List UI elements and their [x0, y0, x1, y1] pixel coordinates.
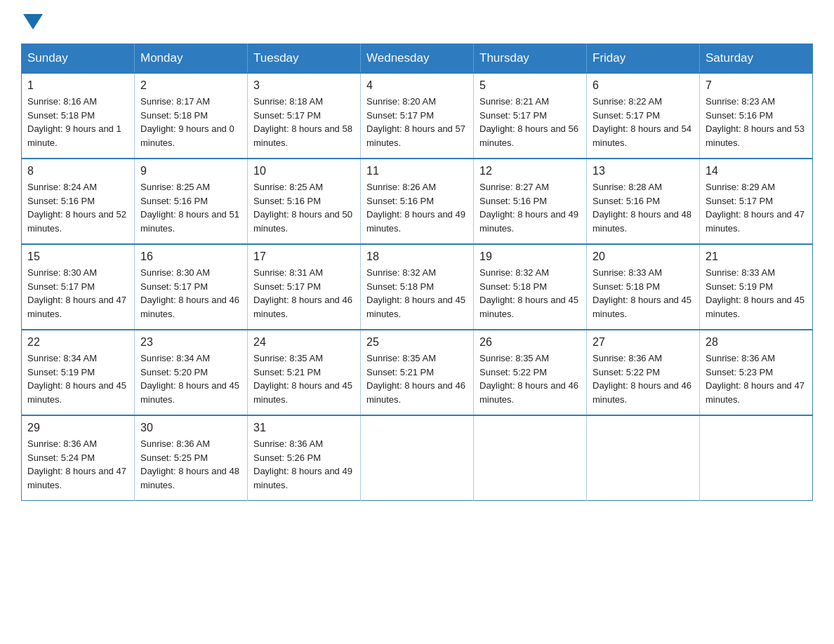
day-number: 10 [253, 165, 355, 177]
calendar-cell [587, 415, 700, 501]
day-number: 4 [366, 79, 468, 92]
day-number: 21 [706, 250, 807, 263]
calendar-cell: 5Sunrise: 8:21 AMSunset: 5:17 PMDaylight… [474, 73, 587, 159]
calendar-cell: 18Sunrise: 8:32 AMSunset: 5:18 PMDayligh… [361, 244, 474, 330]
calendar-cell [361, 415, 474, 501]
day-info: Sunrise: 8:17 AMSunset: 5:18 PMDaylight:… [140, 95, 241, 149]
day-info: Sunrise: 8:32 AMSunset: 5:18 PMDaylight:… [366, 266, 468, 321]
day-header-monday: Monday [135, 44, 248, 74]
day-info: Sunrise: 8:35 AMSunset: 5:21 PMDaylight:… [253, 351, 355, 406]
calendar-cell: 6Sunrise: 8:22 AMSunset: 5:17 PMDaylight… [587, 73, 700, 159]
day-info: Sunrise: 8:30 AMSunset: 5:17 PMDaylight:… [27, 266, 128, 321]
calendar-week-row: 22Sunrise: 8:34 AMSunset: 5:19 PMDayligh… [22, 330, 813, 415]
day-header-friday: Friday [587, 44, 700, 74]
day-info: Sunrise: 8:21 AMSunset: 5:17 PMDaylight:… [479, 95, 581, 149]
calendar-cell: 26Sunrise: 8:35 AMSunset: 5:22 PMDayligh… [474, 330, 587, 415]
calendar-cell: 14Sunrise: 8:29 AMSunset: 5:17 PMDayligh… [700, 159, 813, 244]
day-info: Sunrise: 8:33 AMSunset: 5:18 PMDaylight:… [593, 266, 694, 321]
day-number: 13 [593, 165, 694, 177]
day-header-saturday: Saturday [700, 44, 813, 74]
calendar-cell: 17Sunrise: 8:31 AMSunset: 5:17 PMDayligh… [248, 244, 361, 330]
calendar-cell: 9Sunrise: 8:25 AMSunset: 5:16 PMDaylight… [135, 159, 248, 244]
calendar-cell: 11Sunrise: 8:26 AMSunset: 5:16 PMDayligh… [361, 159, 474, 244]
day-number: 22 [27, 336, 128, 349]
day-info: Sunrise: 8:36 AMSunset: 5:22 PMDaylight:… [593, 351, 694, 406]
day-number: 26 [479, 336, 581, 349]
calendar-table: SundayMondayTuesdayWednesdayThursdayFrid… [21, 43, 813, 501]
day-header-tuesday: Tuesday [248, 44, 361, 74]
day-info: Sunrise: 8:25 AMSunset: 5:16 PMDaylight:… [140, 180, 241, 235]
calendar-week-row: 29Sunrise: 8:36 AMSunset: 5:24 PMDayligh… [22, 415, 813, 501]
day-number: 14 [706, 165, 807, 177]
day-number: 20 [593, 250, 694, 263]
calendar-cell: 4Sunrise: 8:20 AMSunset: 5:17 PMDaylight… [361, 73, 474, 159]
day-info: Sunrise: 8:34 AMSunset: 5:20 PMDaylight:… [140, 351, 241, 406]
day-number: 2 [140, 79, 241, 92]
calendar-cell: 1Sunrise: 8:16 AMSunset: 5:18 PMDaylight… [22, 73, 135, 159]
day-info: Sunrise: 8:36 AMSunset: 5:24 PMDaylight:… [27, 437, 128, 492]
day-info: Sunrise: 8:27 AMSunset: 5:16 PMDaylight:… [479, 180, 581, 235]
page-header [21, 14, 813, 29]
day-number: 3 [253, 79, 355, 92]
logo [21, 14, 45, 29]
day-info: Sunrise: 8:32 AMSunset: 5:18 PMDaylight:… [479, 266, 581, 321]
day-number: 25 [366, 336, 468, 349]
calendar-cell: 27Sunrise: 8:36 AMSunset: 5:22 PMDayligh… [587, 330, 700, 415]
day-number: 18 [366, 250, 468, 263]
day-info: Sunrise: 8:18 AMSunset: 5:17 PMDaylight:… [253, 95, 355, 149]
calendar-cell: 19Sunrise: 8:32 AMSunset: 5:18 PMDayligh… [474, 244, 587, 330]
day-info: Sunrise: 8:30 AMSunset: 5:17 PMDaylight:… [140, 266, 241, 321]
day-number: 23 [140, 336, 241, 349]
day-info: Sunrise: 8:35 AMSunset: 5:22 PMDaylight:… [479, 351, 581, 406]
calendar-cell: 20Sunrise: 8:33 AMSunset: 5:18 PMDayligh… [587, 244, 700, 330]
calendar-cell: 10Sunrise: 8:25 AMSunset: 5:16 PMDayligh… [248, 159, 361, 244]
day-number: 9 [140, 165, 241, 177]
day-info: Sunrise: 8:36 AMSunset: 5:25 PMDaylight:… [140, 437, 241, 492]
calendar-cell [700, 415, 813, 501]
day-number: 11 [366, 165, 468, 177]
day-info: Sunrise: 8:29 AMSunset: 5:17 PMDaylight:… [706, 180, 807, 235]
day-info: Sunrise: 8:23 AMSunset: 5:16 PMDaylight:… [706, 95, 807, 149]
calendar-cell: 13Sunrise: 8:28 AMSunset: 5:16 PMDayligh… [587, 159, 700, 244]
calendar-cell: 15Sunrise: 8:30 AMSunset: 5:17 PMDayligh… [22, 244, 135, 330]
day-info: Sunrise: 8:25 AMSunset: 5:16 PMDaylight:… [253, 180, 355, 235]
calendar-cell: 16Sunrise: 8:30 AMSunset: 5:17 PMDayligh… [135, 244, 248, 330]
day-number: 31 [253, 422, 355, 434]
day-number: 16 [140, 250, 241, 263]
day-number: 8 [27, 165, 128, 177]
calendar-week-row: 1Sunrise: 8:16 AMSunset: 5:18 PMDaylight… [22, 73, 813, 159]
calendar-cell: 31Sunrise: 8:36 AMSunset: 5:26 PMDayligh… [248, 415, 361, 501]
calendar-cell: 3Sunrise: 8:18 AMSunset: 5:17 PMDaylight… [248, 73, 361, 159]
day-info: Sunrise: 8:36 AMSunset: 5:23 PMDaylight:… [706, 351, 807, 406]
day-number: 7 [706, 79, 807, 92]
day-number: 30 [140, 422, 241, 434]
calendar-cell: 2Sunrise: 8:17 AMSunset: 5:18 PMDaylight… [135, 73, 248, 159]
day-info: Sunrise: 8:34 AMSunset: 5:19 PMDaylight:… [27, 351, 128, 406]
calendar-cell [474, 415, 587, 501]
calendar-week-row: 15Sunrise: 8:30 AMSunset: 5:17 PMDayligh… [22, 244, 813, 330]
day-info: Sunrise: 8:22 AMSunset: 5:17 PMDaylight:… [593, 95, 694, 149]
day-number: 19 [479, 250, 581, 263]
day-number: 27 [593, 336, 694, 349]
day-number: 5 [479, 79, 581, 92]
calendar-header-row: SundayMondayTuesdayWednesdayThursdayFrid… [22, 44, 813, 74]
day-number: 29 [27, 422, 128, 434]
calendar-cell: 21Sunrise: 8:33 AMSunset: 5:19 PMDayligh… [700, 244, 813, 330]
day-number: 17 [253, 250, 355, 263]
day-number: 28 [706, 336, 807, 349]
day-info: Sunrise: 8:33 AMSunset: 5:19 PMDaylight:… [706, 266, 807, 321]
day-info: Sunrise: 8:31 AMSunset: 5:17 PMDaylight:… [253, 266, 355, 321]
day-number: 6 [593, 79, 694, 92]
logo-triangle-icon [23, 14, 43, 29]
calendar-cell: 12Sunrise: 8:27 AMSunset: 5:16 PMDayligh… [474, 159, 587, 244]
day-info: Sunrise: 8:36 AMSunset: 5:26 PMDaylight:… [253, 437, 355, 492]
day-number: 24 [253, 336, 355, 349]
day-info: Sunrise: 8:24 AMSunset: 5:16 PMDaylight:… [27, 180, 128, 235]
day-header-wednesday: Wednesday [361, 44, 474, 74]
day-info: Sunrise: 8:20 AMSunset: 5:17 PMDaylight:… [366, 95, 468, 149]
day-info: Sunrise: 8:16 AMSunset: 5:18 PMDaylight:… [27, 95, 128, 149]
day-info: Sunrise: 8:28 AMSunset: 5:16 PMDaylight:… [593, 180, 694, 235]
day-info: Sunrise: 8:26 AMSunset: 5:16 PMDaylight:… [366, 180, 468, 235]
day-number: 12 [479, 165, 581, 177]
day-header-thursday: Thursday [474, 44, 587, 74]
